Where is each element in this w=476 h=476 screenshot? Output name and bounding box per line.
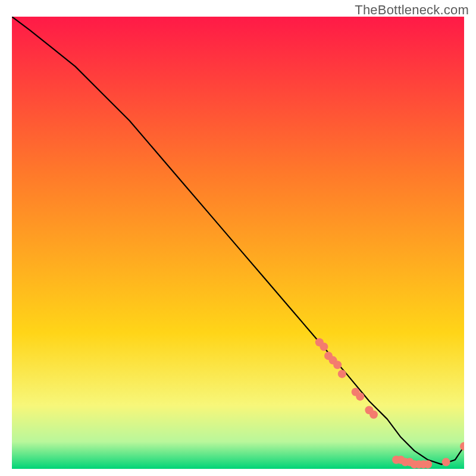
data-point-marker: [424, 460, 432, 468]
data-point-marker: [320, 343, 328, 351]
watermark-text: TheBottleneck.com: [355, 2, 469, 18]
data-point-marker: [442, 458, 450, 466]
data-point-marker: [356, 392, 364, 400]
data-point-marker: [369, 411, 378, 419]
gradient-background: [12, 17, 464, 469]
plot-area: [12, 17, 464, 469]
chart-stage: TheBottleneck.com: [0, 0, 476, 476]
chart-svg: [12, 17, 464, 469]
data-point-marker: [338, 369, 346, 378]
data-point-marker: [333, 361, 342, 369]
